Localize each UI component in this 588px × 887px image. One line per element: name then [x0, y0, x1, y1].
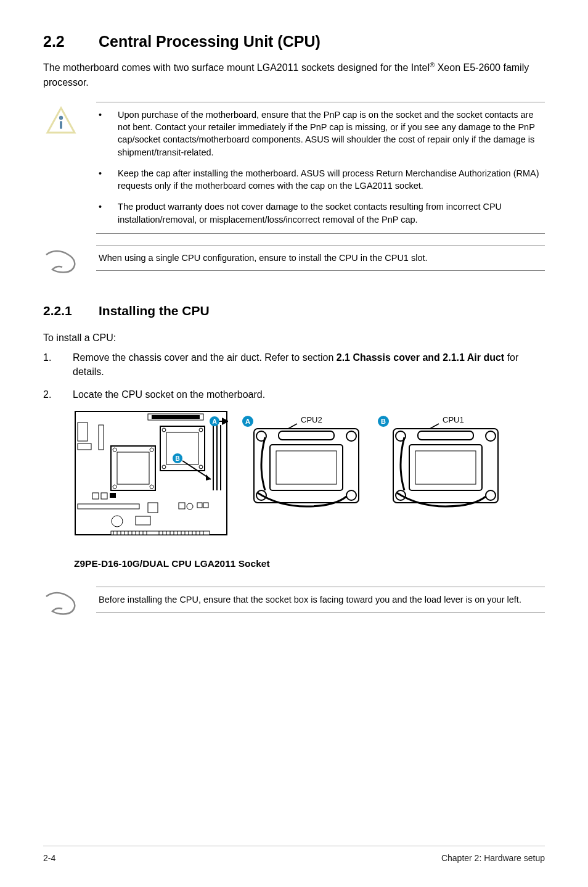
svg-point-18 [113, 485, 116, 489]
svg-rect-27 [148, 503, 158, 513]
step-number: 2. [43, 387, 52, 402]
step-text: Remove the chassis cover and the air duc… [73, 350, 545, 379]
caution-text: Upon purchase of the motherboard, ensure… [118, 109, 542, 159]
step-item: 1. Remove the chassis cover and the air … [43, 350, 545, 379]
step-text-a: Locate the CPU socket on the motherboard… [73, 389, 265, 400]
svg-point-10 [162, 428, 166, 432]
page-number: 2-4 [43, 852, 55, 865]
bullet-dot: • [99, 200, 102, 226]
svg-rect-30 [179, 503, 185, 509]
note-text: Before installing the CPU, ensure that t… [99, 595, 521, 604]
svg-text:B: B [175, 455, 179, 462]
svg-point-28 [112, 516, 123, 527]
svg-point-85 [486, 490, 496, 500]
svg-rect-26 [78, 504, 139, 509]
svg-rect-76 [276, 451, 337, 484]
svg-point-16 [113, 448, 116, 452]
section-title: Central Processing Unit (CPU) [99, 33, 321, 50]
page-footer: 2-4 Chapter 2: Hardware setup [43, 846, 545, 865]
subsection-title: Installing the CPU [99, 303, 210, 318]
svg-point-0 [59, 116, 63, 120]
section-heading: 2.2Central Processing Unit (CPU) [43, 31, 545, 52]
note-block: When using a single CPU configuration, e… [43, 245, 545, 274]
svg-rect-15 [117, 452, 149, 484]
svg-rect-4 [152, 415, 200, 419]
svg-text:A: A [245, 418, 250, 425]
note-text: When using a single CPU configuration, e… [99, 253, 428, 263]
svg-rect-32 [197, 503, 202, 508]
section-intro: The motherboard comes with two surface m… [43, 60, 545, 89]
svg-text:A: A [212, 418, 216, 425]
svg-point-19 [150, 485, 153, 489]
svg-rect-7 [99, 425, 104, 450]
svg-text:CPU1: CPU1 [443, 415, 464, 424]
note-icon [43, 587, 79, 616]
note-content: When using a single CPU configuration, e… [96, 245, 545, 271]
step-list: 1. Remove the chassis cover and the air … [43, 350, 545, 402]
svg-point-71 [346, 431, 356, 441]
note-content: Before installing the CPU, ensure that t… [96, 587, 545, 613]
motherboard-diagram: A B [74, 410, 228, 551]
caution-item: •The product warranty does not cover dam… [99, 200, 542, 226]
registered-mark: ® [430, 61, 435, 68]
diagram-caption: Z9PE-D16-10G/DUAL CPU LGA2011 Socket [74, 557, 545, 571]
svg-rect-6 [78, 444, 91, 450]
caution-text: Keep the cap after installing the mother… [118, 167, 542, 192]
subsection-lead: To install a CPU: [43, 331, 545, 345]
svg-rect-25 [110, 493, 116, 498]
svg-rect-74 [279, 431, 334, 440]
svg-point-73 [346, 490, 356, 500]
diagram-row: A B A CPU2 [74, 410, 545, 551]
subsection-heading: 2.2.1Installing the CPU [43, 302, 545, 320]
svg-rect-1 [60, 121, 62, 129]
note-icon [43, 245, 79, 274]
caution-content: •Upon purchase of the motherboard, ensur… [96, 102, 545, 234]
svg-rect-24 [101, 493, 107, 499]
cpu-sockets-diagram: A CPU2 B CPU1 [239, 410, 510, 509]
bullet-dot: • [99, 167, 102, 192]
svg-point-83 [486, 431, 496, 441]
svg-rect-88 [415, 451, 476, 484]
subsection-number: 2.2.1 [43, 302, 99, 320]
chapter-label: Chapter 2: Hardware setup [441, 852, 545, 865]
svg-point-17 [150, 448, 153, 452]
step-text-a: Remove the chassis cover and the air duc… [73, 352, 337, 363]
step-item: 2. Locate the CPU socket on the motherbo… [43, 387, 545, 402]
svg-point-31 [187, 503, 193, 510]
svg-rect-23 [92, 493, 99, 499]
step-text-bold: 2.1 Chassis cover and 2.1.1 Air duct [337, 352, 504, 363]
caution-text: The product warranty does not cover dama… [118, 200, 542, 226]
svg-rect-5 [78, 423, 88, 441]
intro-text-a: The motherboard comes with two surface m… [43, 62, 430, 73]
svg-point-12 [162, 465, 166, 469]
svg-rect-9 [166, 432, 198, 464]
svg-text:B: B [381, 418, 386, 425]
svg-rect-34 [111, 531, 210, 535]
step-text: Locate the CPU socket on the motherboard… [73, 387, 265, 402]
svg-rect-29 [136, 516, 150, 525]
bullet-dot: • [99, 109, 102, 159]
caution-item: •Keep the cap after installing the mothe… [99, 167, 542, 192]
note-block: Before installing the CPU, ensure that t… [43, 587, 545, 616]
svg-text:CPU2: CPU2 [301, 415, 322, 424]
caution-item: •Upon purchase of the motherboard, ensur… [99, 109, 542, 159]
section-number: 2.2 [43, 31, 99, 52]
caution-icon [43, 102, 79, 135]
caution-block: •Upon purchase of the motherboard, ensur… [43, 102, 545, 234]
svg-point-11 [199, 428, 203, 432]
svg-rect-86 [418, 431, 473, 440]
svg-point-13 [199, 465, 203, 469]
svg-rect-33 [203, 503, 208, 508]
step-number: 1. [43, 350, 52, 379]
